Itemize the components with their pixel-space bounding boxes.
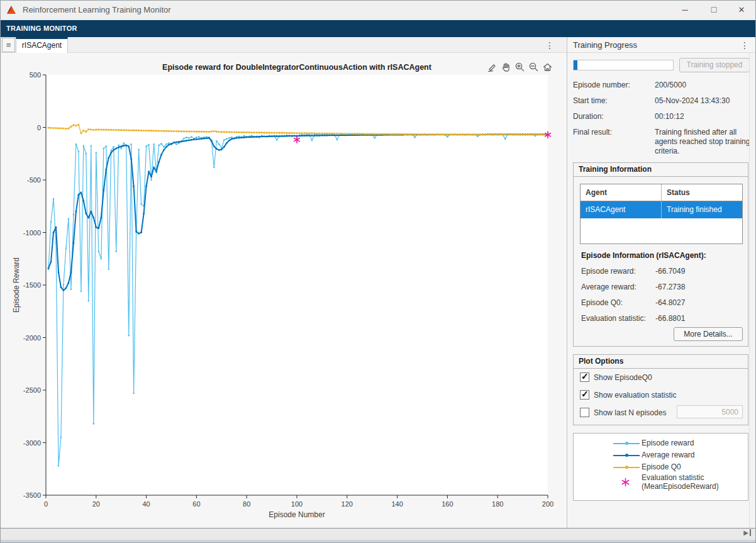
status-cell[interactable]: Training finished xyxy=(662,201,742,218)
show-evaluation-statistic-checkbox[interactable] xyxy=(580,390,589,400)
zoom-out-icon[interactable] xyxy=(528,60,540,73)
final-result-value: Training finished after all agents reach… xyxy=(655,128,752,156)
start-time-value: 05-Nov-2024 13:43:30 xyxy=(655,96,752,106)
home-icon[interactable] xyxy=(542,60,553,73)
episode-reward-value: -66.7049 xyxy=(655,267,685,276)
marker-dot xyxy=(625,466,628,469)
legend-label: Episode reward xyxy=(642,439,694,447)
svg-text:140: 140 xyxy=(391,500,403,508)
legend-item-episode-reward: Episode reward xyxy=(574,439,748,449)
marker-dot xyxy=(625,442,628,445)
panel-title: Training Progress xyxy=(573,40,637,50)
svg-text:-3000: -3000 xyxy=(23,439,41,447)
episode-reward-label: Episode reward: xyxy=(581,267,636,276)
training-progress-panel: Training Progress ⋮ Training stopped Epi… xyxy=(567,37,756,528)
ribbon-tab-training-monitor[interactable]: TRAINING MONITOR xyxy=(6,20,77,37)
status-bar xyxy=(0,528,756,540)
svg-text:120: 120 xyxy=(342,500,353,508)
maximize-button[interactable]: □ xyxy=(703,0,725,20)
tab-list-icon[interactable]: ≡ xyxy=(2,38,15,52)
last-n-episodes-input[interactable] xyxy=(677,405,743,418)
svg-text:80: 80 xyxy=(243,500,250,508)
training-progress-bar xyxy=(573,60,674,70)
table-row[interactable]: rISACAgent Training finished xyxy=(581,201,742,218)
panel-scrollbar[interactable] xyxy=(749,53,756,528)
episode-q0-line-swatch xyxy=(613,467,640,468)
tab-risacagent[interactable]: rISACAgent xyxy=(16,37,68,53)
svg-text:-1500: -1500 xyxy=(23,281,41,289)
marker-dot xyxy=(625,454,628,457)
zoom-in-icon[interactable] xyxy=(514,60,526,73)
reward-plot: 5000-500-1000-1500-2000-2500-3000-350002… xyxy=(1,53,567,528)
status-column-header[interactable]: Status xyxy=(662,184,742,201)
duration-value: 00:10:12 xyxy=(655,112,752,121)
svg-text:500: 500 xyxy=(30,71,41,79)
episode-information-title: Episode Information (rISACAgent): xyxy=(581,251,706,260)
window-title: Reinforcement Learning Training Monitor xyxy=(23,5,171,14)
legend-label: Episode Q0 xyxy=(642,462,681,471)
expand-panel-icon[interactable]: ▶ xyxy=(743,529,751,536)
show-evaluation-statistic-label: Show evaluation statistic xyxy=(594,391,676,400)
plot-options-title: Plot Options xyxy=(574,355,748,369)
evaluation-statistic-asterisk-icon xyxy=(621,478,630,487)
episode-q0-label: Episode Q0: xyxy=(581,298,623,307)
svg-text:0: 0 xyxy=(37,124,41,132)
minimize-button[interactable]: ─ xyxy=(674,0,696,20)
legend-label: Average reward xyxy=(642,451,695,459)
bottom-edge-strip xyxy=(0,540,756,543)
matlab-logo-icon xyxy=(6,4,18,16)
final-result-label: Final result: xyxy=(573,128,652,137)
episode-number-value: 200/5000 xyxy=(655,81,752,90)
document-actions-kebab-icon[interactable]: ⋮ xyxy=(544,38,555,52)
svg-text:-2500: -2500 xyxy=(23,386,41,394)
legend-evaluation-statistic-label: Evaluation statistic (MeanEpisodeReward) xyxy=(642,473,719,491)
tab-label: rISACAgent xyxy=(22,41,62,50)
svg-text:0: 0 xyxy=(44,500,48,508)
close-button[interactable]: ✕ xyxy=(731,0,752,20)
svg-text:Episode Number: Episode Number xyxy=(269,510,325,519)
show-last-n-episodes-label: Show last N episodes xyxy=(594,408,666,417)
episode-number-label: Episode number: xyxy=(573,81,652,89)
table-header-row: Agent Status xyxy=(581,184,742,201)
show-episodeq0-checkbox[interactable] xyxy=(580,372,589,382)
svg-text:200: 200 xyxy=(542,500,553,508)
axes-toolbar xyxy=(486,60,553,73)
average-reward-value: -67.2738 xyxy=(655,283,685,291)
svg-text:-1000: -1000 xyxy=(23,229,41,237)
duration-label: Duration: xyxy=(573,112,652,121)
more-details-button[interactable]: More Details... xyxy=(674,327,743,341)
panel-menu-kebab-icon[interactable]: ⋮ xyxy=(740,38,750,52)
training-information-title: Training Information xyxy=(574,163,748,177)
legend-item-average-reward: Average reward xyxy=(574,451,748,461)
episode-reward-line-swatch xyxy=(613,443,640,444)
show-last-n-episodes-checkbox[interactable] xyxy=(580,408,589,417)
training-progress-fill xyxy=(574,60,577,70)
pan-icon[interactable] xyxy=(500,60,512,73)
average-reward-label: Average reward: xyxy=(581,283,636,291)
chart-panel: 5000-500-1000-1500-2000-2500-3000-350002… xyxy=(1,53,567,528)
svg-text:-2000: -2000 xyxy=(23,334,41,342)
legend-item-episode-q0: Episode Q0 xyxy=(574,462,748,473)
evaluation-statistic-label: Evaluation statistic: xyxy=(581,314,646,323)
plot-options-section: Plot Options Show EpisodeQ0 Show evaluat… xyxy=(573,354,748,425)
svg-text:100: 100 xyxy=(291,500,303,508)
app-window: Reinforcement Learning Training Monitor … xyxy=(0,0,756,543)
svg-text:Episode reward for DoubleInteg: Episode reward for DoubleIntegratorConti… xyxy=(162,63,432,72)
ribbon-bar: TRAINING MONITOR xyxy=(0,20,756,37)
edit-plot-icon[interactable] xyxy=(486,60,498,73)
svg-text:60: 60 xyxy=(192,500,200,508)
training-stopped-button[interactable]: Training stopped xyxy=(679,58,750,72)
agent-column-header[interactable]: Agent xyxy=(581,184,662,201)
svg-text:160: 160 xyxy=(442,500,453,508)
training-information-section: Training Information Agent Status rISACA… xyxy=(573,162,748,347)
svg-text:40: 40 xyxy=(142,500,150,508)
agent-cell[interactable]: rISACAgent xyxy=(581,201,662,218)
agent-status-table: Agent Status rISACAgent Training finishe… xyxy=(580,184,743,244)
show-episodeq0-label: Show EpisodeQ0 xyxy=(594,373,652,382)
svg-text:Episode Reward: Episode Reward xyxy=(12,257,21,313)
svg-text:-500: -500 xyxy=(27,176,41,184)
start-time-label: Start time: xyxy=(573,96,652,105)
title-bar: Reinforcement Learning Training Monitor … xyxy=(0,0,756,20)
svg-text:180: 180 xyxy=(492,500,503,508)
svg-text:-3500: -3500 xyxy=(23,491,41,499)
